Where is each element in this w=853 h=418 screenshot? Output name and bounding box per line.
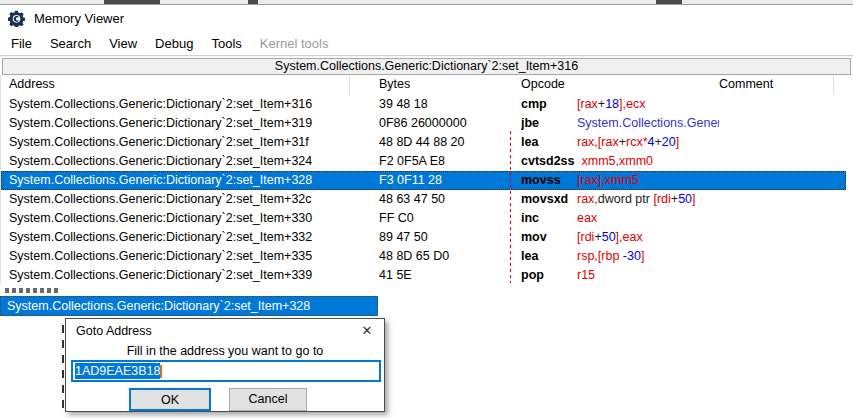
column-bytes[interactable]: Bytes bbox=[379, 77, 410, 91]
opcode-operand-segment: r15 bbox=[577, 268, 595, 282]
opcode-mnemonic: inc bbox=[521, 209, 577, 228]
opcode-operand-segment: + bbox=[619, 135, 626, 149]
opcode-operand-segment: 50 bbox=[602, 230, 616, 244]
opcode-operand-segment: ] bbox=[676, 135, 679, 149]
opcode-operand-segment: dword ptr bbox=[598, 192, 654, 206]
opcode-operand-segment: rax,[rax bbox=[577, 135, 619, 149]
opcode-operand-segment: xmm5,xmm0 bbox=[582, 154, 654, 168]
table-row[interactable]: System.Collections.Generic:Dictionary`2:… bbox=[1, 228, 846, 247]
opcode-mnemonic: lea bbox=[521, 133, 577, 152]
address-input-selected-text: 1AD9EAE3B18 bbox=[75, 363, 160, 379]
row-address: System.Collections.Generic:Dictionary`2:… bbox=[9, 114, 371, 133]
table-row[interactable]: System.Collections.Generic:Dictionary`2:… bbox=[1, 266, 846, 283]
address-input[interactable]: 1AD9EAE3B18 bbox=[71, 360, 381, 382]
column-header-row: Address Bytes Opcode Comment bbox=[0, 75, 853, 95]
menu-tools[interactable]: Tools bbox=[202, 33, 250, 54]
opcode-mnemonic: movss bbox=[521, 171, 577, 190]
opcode-operand-segment: rcx* bbox=[626, 135, 648, 149]
dialog-titlebar[interactable]: Goto Address ✕ bbox=[66, 319, 384, 343]
opcode-operand-segment: 18 bbox=[605, 97, 619, 111]
row-bytes: 48 8D 44 88 20 bbox=[379, 133, 514, 152]
opcode-operand-segment: [rdi bbox=[577, 230, 594, 244]
opcode-operand-segment: -30 bbox=[623, 249, 641, 263]
opcode-mnemonic: jbe bbox=[521, 114, 577, 133]
menu-debug[interactable]: Debug bbox=[146, 33, 202, 54]
row-address: System.Collections.Generic:Dictionary`2:… bbox=[9, 171, 371, 190]
column-comment[interactable]: Comment bbox=[719, 77, 773, 91]
menu-file[interactable]: File bbox=[2, 33, 41, 54]
opcode-operand-segment: ] bbox=[641, 249, 644, 263]
table-row[interactable]: System.Collections.Generic:Dictionary`2:… bbox=[1, 114, 846, 133]
table-row[interactable]: System.Collections.Generic:Dictionary`2:… bbox=[1, 95, 846, 114]
ok-button[interactable]: OK bbox=[129, 388, 211, 411]
row-bytes: F2 0F5A E8 bbox=[379, 152, 514, 171]
memory-viewer-window: Memory Viewer File Search View Debug Too… bbox=[0, 4, 853, 283]
table-row[interactable]: System.Collections.Generic:Dictionary`2:… bbox=[1, 152, 846, 171]
current-symbol-header[interactable]: System.Collections.Generic:Dictionary`2:… bbox=[2, 58, 851, 75]
disasm-rows: System.Collections.Generic:Dictionary`2:… bbox=[0, 95, 853, 283]
opcode-operand-segment: + bbox=[654, 135, 661, 149]
opcode-mnemonic: pop bbox=[521, 266, 577, 283]
menu-kernel-tools: Kernel tools bbox=[251, 33, 338, 54]
opcode-operand-segment: [rax bbox=[577, 97, 598, 111]
row-opcode: popr15 bbox=[521, 266, 719, 283]
dialog-title: Goto Address bbox=[66, 324, 152, 338]
opcode-mnemonic: cvtsd2ss bbox=[521, 152, 582, 171]
cheat-engine-gear-icon bbox=[8, 10, 25, 27]
table-row[interactable]: System.Collections.Generic:Dictionary`2:… bbox=[1, 190, 846, 209]
table-row[interactable]: System.Collections.Generic:Dictionary`2:… bbox=[1, 247, 846, 266]
screen: Memory Viewer File Search View Debug Too… bbox=[0, 0, 853, 418]
row-address: System.Collections.Generic:Dictionary`2:… bbox=[9, 152, 371, 171]
menu-search[interactable]: Search bbox=[41, 33, 100, 54]
opcode-operand-segment: 50 bbox=[678, 192, 692, 206]
menu-view[interactable]: View bbox=[100, 33, 146, 54]
row-address: System.Collections.Generic:Dictionary`2:… bbox=[9, 95, 371, 114]
row-bytes: 39 48 18 bbox=[379, 95, 514, 114]
opcode-operand-segment: eax bbox=[577, 211, 597, 225]
opcode-operand-segment: 20 bbox=[662, 135, 676, 149]
row-address: System.Collections.Generic:Dictionary`2:… bbox=[9, 133, 371, 152]
row-bytes: FF C0 bbox=[379, 209, 514, 228]
opcode-operand-segment: ] bbox=[692, 192, 695, 206]
row-opcode: mov[rdi+50],eax bbox=[521, 228, 719, 247]
jump-arrow-line bbox=[510, 131, 511, 283]
row-opcode: learax,[rax+rcx*4+20] bbox=[521, 133, 719, 152]
selected-symbol-fragment[interactable]: System.Collections.Generic:Dictionary`2:… bbox=[0, 296, 378, 316]
opcode-operand-segment: ecx bbox=[626, 97, 645, 111]
row-address: System.Collections.Generic:Dictionary`2:… bbox=[9, 228, 371, 247]
row-bytes: 48 8D 65 D0 bbox=[379, 247, 514, 266]
opcode-operand-segment: System.Collections.Gener bbox=[577, 116, 719, 130]
table-row[interactable]: System.Collections.Generic:Dictionary`2:… bbox=[1, 171, 846, 190]
row-bytes: 41 5E bbox=[379, 266, 514, 283]
column-separator bbox=[833, 75, 834, 95]
opcode-operand-segment: + bbox=[594, 230, 601, 244]
table-row[interactable]: System.Collections.Generic:Dictionary`2:… bbox=[1, 209, 846, 228]
menu-separator bbox=[0, 55, 853, 56]
goto-prompt-label: Fill in the address you want to go to bbox=[66, 344, 384, 358]
row-bytes: 89 47 50 bbox=[379, 228, 514, 247]
row-bytes: F3 0F11 28 bbox=[379, 171, 514, 190]
opcode-operand-segment: rax, bbox=[577, 192, 598, 206]
opcode-mnemonic: movsxd bbox=[521, 190, 577, 209]
close-icon[interactable]: ✕ bbox=[358, 322, 376, 340]
clipped-window-fragment bbox=[5, 288, 58, 293]
window-title: Memory Viewer bbox=[34, 11, 124, 26]
table-row[interactable]: System.Collections.Generic:Dictionary`2:… bbox=[1, 133, 846, 152]
row-bytes: 0F86 26000000 bbox=[379, 114, 514, 133]
opcode-operand-segment: ,xmm5 bbox=[601, 173, 639, 187]
menubar: File Search View Debug Tools Kernel tool… bbox=[0, 31, 853, 55]
column-address[interactable]: Address bbox=[9, 77, 55, 91]
opcode-mnemonic: cmp bbox=[521, 95, 577, 114]
opcode-operand-segment: rsp,[rbp bbox=[577, 249, 623, 263]
row-address: System.Collections.Generic:Dictionary`2:… bbox=[9, 247, 371, 266]
opcode-operand-segment: ], bbox=[616, 230, 623, 244]
row-opcode: cvtsd2ssxmm5,xmm0 bbox=[521, 152, 719, 171]
titlebar[interactable]: Memory Viewer bbox=[0, 5, 853, 31]
goto-address-dialog: Goto Address ✕ Fill in the address you w… bbox=[65, 318, 385, 412]
cancel-button[interactable]: Cancel bbox=[229, 388, 307, 411]
text-caret bbox=[160, 365, 162, 378]
column-opcode[interactable]: Opcode bbox=[521, 77, 565, 91]
row-address: System.Collections.Generic:Dictionary`2:… bbox=[9, 266, 371, 283]
opcode-mnemonic: lea bbox=[521, 247, 577, 266]
column-separator bbox=[349, 75, 350, 95]
